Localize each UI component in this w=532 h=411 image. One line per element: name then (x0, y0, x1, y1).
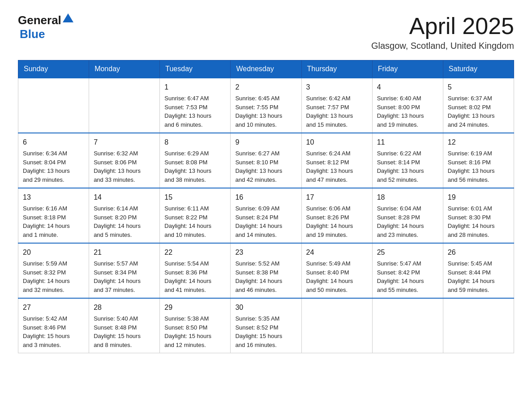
location-subtitle: Glasgow, Scotland, United Kingdom (371, 41, 514, 51)
table-row: 27Sunrise: 5:42 AM Sunset: 8:46 PM Dayli… (18, 298, 89, 353)
day-number: 15 (164, 192, 226, 203)
table-row: 30Sunrise: 5:35 AM Sunset: 8:52 PM Dayli… (231, 298, 301, 353)
table-row: 23Sunrise: 5:52 AM Sunset: 8:38 PM Dayli… (231, 243, 301, 298)
calendar-table: Sunday Monday Tuesday Wednesday Thursday… (18, 60, 514, 353)
day-number: 3 (306, 82, 368, 93)
day-number: 12 (448, 137, 509, 148)
day-number: 11 (377, 137, 438, 148)
table-row: 22Sunrise: 5:54 AM Sunset: 8:36 PM Dayli… (160, 243, 231, 298)
day-info: Sunrise: 6:09 AM Sunset: 8:24 PM Dayligh… (235, 204, 296, 239)
header-saturday: Saturday (443, 60, 514, 78)
table-row (372, 298, 443, 353)
table-row (301, 298, 372, 353)
logo-general: General (18, 13, 61, 27)
day-info: Sunrise: 6:47 AM Sunset: 7:53 PM Dayligh… (164, 94, 226, 129)
day-info: Sunrise: 6:32 AM Sunset: 8:06 PM Dayligh… (94, 149, 155, 184)
title-block: April 2025 Glasgow, Scotland, United Kin… (371, 13, 514, 51)
day-info: Sunrise: 6:34 AM Sunset: 8:04 PM Dayligh… (23, 149, 84, 184)
day-info: Sunrise: 5:54 AM Sunset: 8:36 PM Dayligh… (164, 259, 226, 294)
table-row: 15Sunrise: 6:11 AM Sunset: 8:22 PM Dayli… (160, 188, 231, 243)
day-number: 25 (377, 247, 438, 258)
day-number: 4 (377, 82, 438, 93)
table-row: 29Sunrise: 5:38 AM Sunset: 8:50 PM Dayli… (160, 298, 231, 353)
calendar-week-row: 27Sunrise: 5:42 AM Sunset: 8:46 PM Dayli… (18, 298, 514, 353)
table-row: 24Sunrise: 5:49 AM Sunset: 8:40 PM Dayli… (301, 243, 372, 298)
calendar-week-row: 20Sunrise: 5:59 AM Sunset: 8:32 PM Dayli… (18, 243, 514, 298)
day-info: Sunrise: 5:45 AM Sunset: 8:44 PM Dayligh… (448, 259, 509, 294)
logo-triangle-icon (63, 13, 73, 22)
day-number: 28 (94, 302, 155, 313)
table-row: 20Sunrise: 5:59 AM Sunset: 8:32 PM Dayli… (18, 243, 89, 298)
day-number: 29 (164, 302, 226, 313)
day-info: Sunrise: 5:38 AM Sunset: 8:50 PM Dayligh… (164, 314, 226, 349)
day-number: 26 (448, 247, 509, 258)
header-sunday: Sunday (18, 60, 89, 78)
day-info: Sunrise: 5:57 AM Sunset: 8:34 PM Dayligh… (94, 259, 155, 294)
day-info: Sunrise: 5:42 AM Sunset: 8:46 PM Dayligh… (23, 314, 84, 349)
table-row: 3Sunrise: 6:42 AM Sunset: 7:57 PM Daylig… (301, 78, 372, 133)
header-wednesday: Wednesday (231, 60, 301, 78)
month-title: April 2025 (371, 13, 514, 39)
table-row: 8Sunrise: 6:29 AM Sunset: 8:08 PM Daylig… (160, 133, 231, 188)
day-number: 18 (377, 192, 438, 203)
day-number: 30 (235, 302, 296, 313)
day-number: 9 (235, 137, 296, 148)
table-row: 11Sunrise: 6:22 AM Sunset: 8:14 PM Dayli… (372, 133, 443, 188)
day-number: 23 (235, 247, 296, 258)
day-info: Sunrise: 6:04 AM Sunset: 8:28 PM Dayligh… (377, 204, 438, 239)
day-number: 16 (235, 192, 296, 203)
day-info: Sunrise: 6:11 AM Sunset: 8:22 PM Dayligh… (164, 204, 226, 239)
day-info: Sunrise: 6:27 AM Sunset: 8:10 PM Dayligh… (235, 149, 296, 184)
day-info: Sunrise: 6:06 AM Sunset: 8:26 PM Dayligh… (306, 204, 368, 239)
day-number: 22 (164, 247, 226, 258)
day-number: 8 (164, 137, 226, 148)
day-number: 14 (94, 192, 155, 203)
table-row: 10Sunrise: 6:24 AM Sunset: 8:12 PM Dayli… (301, 133, 372, 188)
table-row (89, 78, 160, 133)
page-header: General Blue April 2025 Glasgow, Scotlan… (18, 13, 514, 51)
table-row: 5Sunrise: 6:37 AM Sunset: 8:02 PM Daylig… (443, 78, 514, 133)
calendar-week-row: 6Sunrise: 6:34 AM Sunset: 8:04 PM Daylig… (18, 133, 514, 188)
day-number: 1 (164, 82, 226, 93)
table-row (443, 298, 514, 353)
day-number: 10 (306, 137, 368, 148)
day-info: Sunrise: 5:52 AM Sunset: 8:38 PM Dayligh… (235, 259, 296, 294)
table-row: 16Sunrise: 6:09 AM Sunset: 8:24 PM Dayli… (231, 188, 301, 243)
table-row: 7Sunrise: 6:32 AM Sunset: 8:06 PM Daylig… (89, 133, 160, 188)
table-row: 25Sunrise: 5:47 AM Sunset: 8:42 PM Dayli… (372, 243, 443, 298)
day-info: Sunrise: 6:22 AM Sunset: 8:14 PM Dayligh… (377, 149, 438, 184)
day-number: 27 (23, 302, 84, 313)
header-thursday: Thursday (301, 60, 372, 78)
logo-blue: Blue (20, 27, 45, 41)
table-row: 9Sunrise: 6:27 AM Sunset: 8:10 PM Daylig… (231, 133, 301, 188)
day-number: 24 (306, 247, 368, 258)
day-number: 21 (94, 247, 155, 258)
calendar-week-row: 13Sunrise: 6:16 AM Sunset: 8:18 PM Dayli… (18, 188, 514, 243)
table-row: 19Sunrise: 6:01 AM Sunset: 8:30 PM Dayli… (443, 188, 514, 243)
table-row: 6Sunrise: 6:34 AM Sunset: 8:04 PM Daylig… (18, 133, 89, 188)
logo: General Blue (18, 13, 73, 41)
day-info: Sunrise: 6:16 AM Sunset: 8:18 PM Dayligh… (23, 204, 84, 239)
table-row: 2Sunrise: 6:45 AM Sunset: 7:55 PM Daylig… (231, 78, 301, 133)
table-row: 21Sunrise: 5:57 AM Sunset: 8:34 PM Dayli… (89, 243, 160, 298)
day-info: Sunrise: 5:35 AM Sunset: 8:52 PM Dayligh… (235, 314, 296, 349)
table-row: 28Sunrise: 5:40 AM Sunset: 8:48 PM Dayli… (89, 298, 160, 353)
weekday-header-row: Sunday Monday Tuesday Wednesday Thursday… (18, 60, 514, 78)
day-number: 6 (23, 137, 84, 148)
day-info: Sunrise: 6:37 AM Sunset: 8:02 PM Dayligh… (448, 94, 509, 129)
day-number: 5 (448, 82, 509, 93)
day-number: 2 (235, 82, 296, 93)
calendar-week-row: 1Sunrise: 6:47 AM Sunset: 7:53 PM Daylig… (18, 78, 514, 133)
day-number: 7 (94, 137, 155, 148)
table-row (18, 78, 89, 133)
day-info: Sunrise: 6:19 AM Sunset: 8:16 PM Dayligh… (448, 149, 509, 184)
table-row: 1Sunrise: 6:47 AM Sunset: 7:53 PM Daylig… (160, 78, 231, 133)
day-info: Sunrise: 6:14 AM Sunset: 8:20 PM Dayligh… (94, 204, 155, 239)
day-number: 13 (23, 192, 84, 203)
day-info: Sunrise: 6:45 AM Sunset: 7:55 PM Dayligh… (235, 94, 296, 129)
table-row: 17Sunrise: 6:06 AM Sunset: 8:26 PM Dayli… (301, 188, 372, 243)
day-info: Sunrise: 6:40 AM Sunset: 8:00 PM Dayligh… (377, 94, 438, 129)
day-info: Sunrise: 6:29 AM Sunset: 8:08 PM Dayligh… (164, 149, 226, 184)
table-row: 14Sunrise: 6:14 AM Sunset: 8:20 PM Dayli… (89, 188, 160, 243)
day-info: Sunrise: 5:40 AM Sunset: 8:48 PM Dayligh… (94, 314, 155, 349)
